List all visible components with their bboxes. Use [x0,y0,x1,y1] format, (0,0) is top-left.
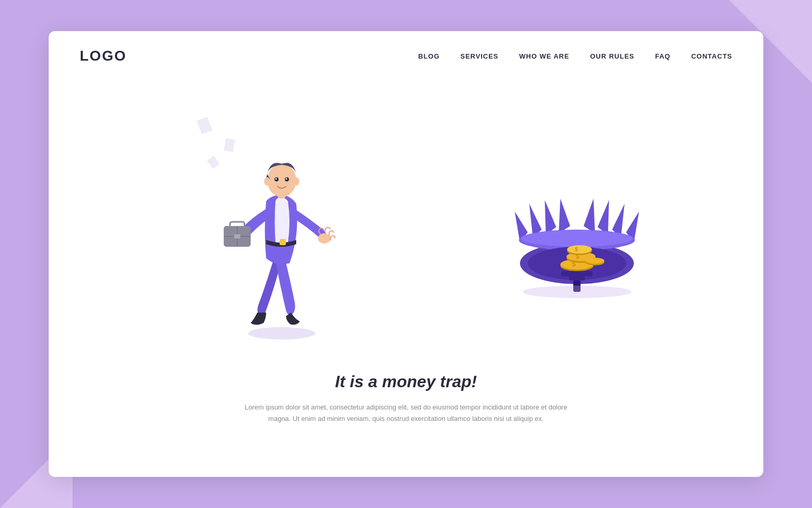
svg-rect-1 [280,239,286,245]
nav-item-blog[interactable]: BLOG [418,52,440,60]
svg-point-30 [567,245,592,253]
text-section: It is a money trap! Lorem ipsum dolor si… [204,357,608,435]
page-body-text: Lorem ipsum dolor sit amet, consectetur … [235,402,577,425]
svg-rect-21 [569,276,585,280]
nav-item-our-rules[interactable]: OUR RULES [590,52,634,60]
nav-item-services[interactable]: SERVICES [460,52,499,60]
nav-item-contacts[interactable]: CONTACTS [691,52,732,60]
svg-point-15 [293,177,299,186]
svg-point-9 [267,164,296,197]
illustration-area: $ $ $ [49,77,763,357]
svg-point-12 [276,178,277,180]
svg-point-34 [523,286,631,298]
svg-rect-20 [561,271,592,276]
header: LOGO BLOG SERVICES WHO WE ARE OUR RULES … [49,31,763,77]
svg-point-33 [586,258,604,264]
svg-point-14 [264,177,270,186]
businessman-illustration [214,108,349,348]
svg-point-13 [286,178,287,180]
logo: LOGO [80,48,126,64]
nav-item-faq[interactable]: FAQ [655,52,671,60]
svg-text:$: $ [575,246,578,252]
svg-rect-7 [234,234,240,238]
main-card: LOGO BLOG SERVICES WHO WE ARE OUR RULES … [49,31,763,477]
svg-point-0 [248,327,315,340]
floating-paper-1 [197,117,212,134]
page-headline: It is a money trap! [235,372,577,391]
navigation: BLOG SERVICES WHO WE ARE OUR RULES FAQ C… [418,52,732,60]
main-content: $ $ $ It is a mo [49,77,763,476]
bear-trap-illustration: $ $ $ [504,180,649,302]
svg-point-18 [521,230,633,247]
nav-item-who-we-are[interactable]: WHO WE ARE [519,52,570,60]
